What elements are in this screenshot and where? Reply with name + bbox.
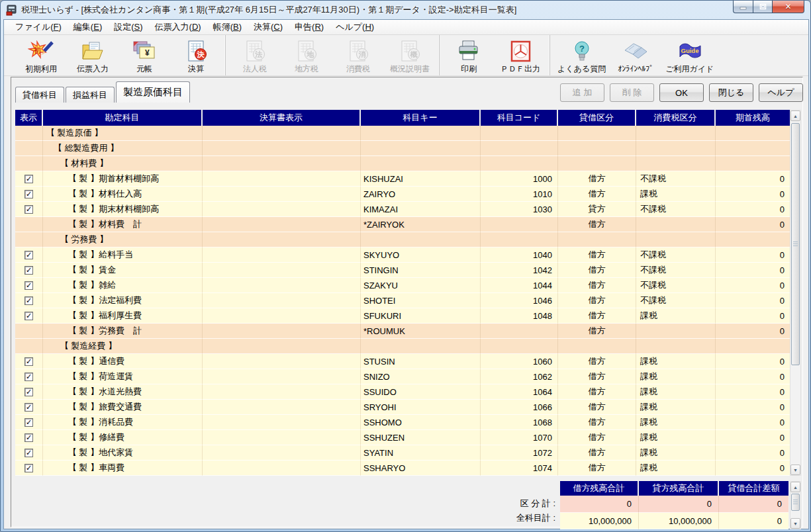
cell-account-name: 【 製 】旅費交通費 xyxy=(43,400,203,415)
all-accounts-total-row: 10,000,00010,000,0000 xyxy=(560,513,788,529)
visible-checkbox[interactable]: ✓ xyxy=(24,281,33,290)
cell-debit-credit: 借方 xyxy=(558,369,636,384)
settlement-button[interactable]: 決決算 xyxy=(170,35,222,75)
ledger-button[interactable]: ¥元帳 xyxy=(119,35,170,75)
scroll-up-icon[interactable]: ▲ xyxy=(790,482,800,492)
scroll-up-icon[interactable]: ▲ xyxy=(790,111,800,121)
menu-item-c[interactable]: 決算(C) xyxy=(248,19,289,35)
table-row[interactable]: 【 製 】材料費 計*ZAIRYOK借方0 xyxy=(15,217,790,232)
menu-item-e[interactable]: 編集(E) xyxy=(68,19,108,35)
visible-checkbox[interactable]: ✓ xyxy=(24,175,33,183)
cell-opening-balance: 0 xyxy=(716,247,790,263)
cell-tax-category xyxy=(636,156,716,171)
visible-checkbox[interactable]: ✓ xyxy=(24,296,33,305)
voucher-input-button[interactable]: 伝票入力 xyxy=(67,35,119,75)
cell-tax-category: 課税 xyxy=(636,400,716,415)
minimize-button[interactable] xyxy=(733,0,753,13)
table-row[interactable]: ✓【 製 】修繕費SSHUZEN1070借方課税0 xyxy=(15,430,790,445)
table-row[interactable]: ✓【 製 】賃金STINGIN1042借方不課税0 xyxy=(15,263,790,278)
print-button[interactable]: 印刷 xyxy=(443,35,495,75)
cell-statement-display xyxy=(203,415,361,430)
visible-checkbox[interactable]: ✓ xyxy=(24,449,33,457)
visible-checkbox[interactable]: ✓ xyxy=(24,418,33,427)
cell-account-key: SSHARYO xyxy=(361,461,481,476)
cell-account-code: 1048 xyxy=(481,308,558,324)
table-row[interactable]: ✓【 製 】給料手当SKYUYO1040借方不課税0 xyxy=(15,247,790,263)
menu-item-f[interactable]: ファイル(F) xyxy=(9,19,68,35)
tab-製造原価科目[interactable]: 製造原価科目 xyxy=(116,81,190,103)
table-row[interactable]: 【 材料費 】 xyxy=(15,156,790,171)
visible-checkbox[interactable]: ✓ xyxy=(24,388,33,396)
visible-checkbox[interactable]: ✓ xyxy=(24,266,33,275)
online-help-button[interactable]: ｵﾝﾗｲﾝﾍﾙﾌﾟ xyxy=(610,35,661,75)
visible-checkbox[interactable]: ✓ xyxy=(24,433,33,442)
table-row[interactable]: ✓【 製 】旅費交通費SRYOHI1066借方課税0 xyxy=(15,400,790,415)
menu-item-h[interactable]: ヘルプ(H) xyxy=(330,19,380,35)
restore-button[interactable] xyxy=(753,0,773,13)
settlement-doc-icon: 決 xyxy=(183,40,209,63)
initial-use-button[interactable]: 初初期利用 xyxy=(15,35,67,75)
cell-tax-category xyxy=(636,126,716,141)
cell-account-key: SFUKURI xyxy=(361,308,481,324)
閉じる-button[interactable]: 閉じる xyxy=(709,83,753,102)
cell-statement-display xyxy=(203,141,361,156)
table-row[interactable]: 【 製 】労務費 計*ROUMUK借方0 xyxy=(15,324,790,339)
faq-button[interactable]: ?よくある質問 xyxy=(553,35,610,75)
cell-account-key xyxy=(361,339,481,354)
scrollbar-thumb[interactable] xyxy=(791,494,800,511)
scrollbar-thumb[interactable] xyxy=(791,123,800,365)
table-row[interactable]: ✓【 製 】期末材料棚卸高KIMAZAI1030貸方不課税0 xyxy=(15,202,790,217)
usage-guide-button[interactable]: Guideご利用ガイド xyxy=(661,35,718,75)
scroll-down-icon[interactable]: ▼ xyxy=(790,518,800,529)
svg-text:消: 消 xyxy=(359,50,366,58)
table-row[interactable]: 【 製造原価 】 xyxy=(15,126,790,141)
table-row[interactable]: ✓【 製 】福利厚生費SFUKURI1048借方課税0 xyxy=(15,308,790,324)
table-scrollbar[interactable]: ▲ ▼ xyxy=(790,110,801,476)
cell-account-code xyxy=(481,141,558,156)
visible-checkbox[interactable]: ✓ xyxy=(24,190,33,199)
menu-item-b[interactable]: 帳簿(B) xyxy=(207,19,248,35)
table-row[interactable]: 【 製造経費 】 xyxy=(15,339,790,354)
summary-scrollbar[interactable]: ▲ ▼ xyxy=(790,481,801,529)
visible-checkbox[interactable]: ✓ xyxy=(24,357,33,366)
ヘルプ-button[interactable]: ヘルプ xyxy=(759,83,803,102)
cell-account-name: 【 製 】地代家賃 xyxy=(43,445,203,461)
table-row[interactable]: 【 労務費 】 xyxy=(15,232,790,247)
table-row[interactable]: ✓【 製 】法定福利費SHOTEI1046借方不課税0 xyxy=(15,293,790,308)
menu-item-r[interactable]: 申告(R) xyxy=(289,19,330,35)
table-row[interactable]: ✓【 製 】期首材料棚卸高KISHUZAI1000借方不課税0 xyxy=(15,171,790,187)
svg-text:?: ? xyxy=(579,44,585,54)
visible-checkbox[interactable]: ✓ xyxy=(24,464,33,472)
toolbar-button-label: ご利用ガイド xyxy=(665,64,714,73)
table-row[interactable]: ✓【 製 】車両費SSHARYO1074借方課税0 xyxy=(15,461,790,476)
cell-debit-credit: 借方 xyxy=(558,187,636,202)
visible-checkbox[interactable]: ✓ xyxy=(24,373,33,381)
table-row[interactable]: 【 総製造費用 】 xyxy=(15,141,790,156)
tab-損益科目[interactable]: 損益科目 xyxy=(66,87,115,103)
pdf-export-button[interactable]: ＰＤＦ出力 xyxy=(495,35,546,75)
OK-button[interactable]: OK xyxy=(659,83,704,102)
title-bar[interactable]: 税理士いらず - [株式会社カンタン商事・第１期(平成27年 6月15日～平成2… xyxy=(1,1,810,19)
table-row[interactable]: ✓【 製 】消耗品費SSHOMO1068借方課税0 xyxy=(15,415,790,430)
cell-debit-credit xyxy=(558,156,636,171)
table-row[interactable]: ✓【 製 】水道光熱費SSUIDO1064借方課税0 xyxy=(15,384,790,400)
visible-checkbox[interactable]: ✓ xyxy=(24,312,33,320)
table-row[interactable]: ✓【 製 】通信費STUSIN1060借方課税0 xyxy=(15,354,790,369)
table-row[interactable]: ✓【 製 】地代家賃SYATIN1072借方課税0 xyxy=(15,445,790,461)
table-row[interactable]: ✓【 製 】材料仕入高ZAIRYO1010借方課税0 xyxy=(15,187,790,202)
scroll-down-icon[interactable]: ▼ xyxy=(790,465,800,475)
app-icon xyxy=(6,5,17,16)
pdf-icon xyxy=(507,40,534,63)
tab-貸借科目[interactable]: 貸借科目 xyxy=(15,87,64,103)
menu-item-d[interactable]: 伝票入力(D) xyxy=(149,19,207,35)
svg-text:地: 地 xyxy=(307,50,315,58)
doc-gai-icon: 概 xyxy=(397,40,423,63)
close-icon[interactable]: ✕ xyxy=(773,0,804,13)
table-row[interactable]: ✓【 製 】雑給SZAKYU1044借方不課税0 xyxy=(15,278,790,293)
visible-checkbox[interactable]: ✓ xyxy=(24,403,33,412)
visible-checkbox[interactable]: ✓ xyxy=(24,251,33,259)
menu-item-s[interactable]: 設定(S) xyxy=(108,19,148,35)
visible-checkbox[interactable]: ✓ xyxy=(24,205,33,214)
cell-statement-display xyxy=(203,400,361,415)
table-row[interactable]: ✓【 製 】荷造運賃SNIZO1062借方課税0 xyxy=(15,369,790,384)
